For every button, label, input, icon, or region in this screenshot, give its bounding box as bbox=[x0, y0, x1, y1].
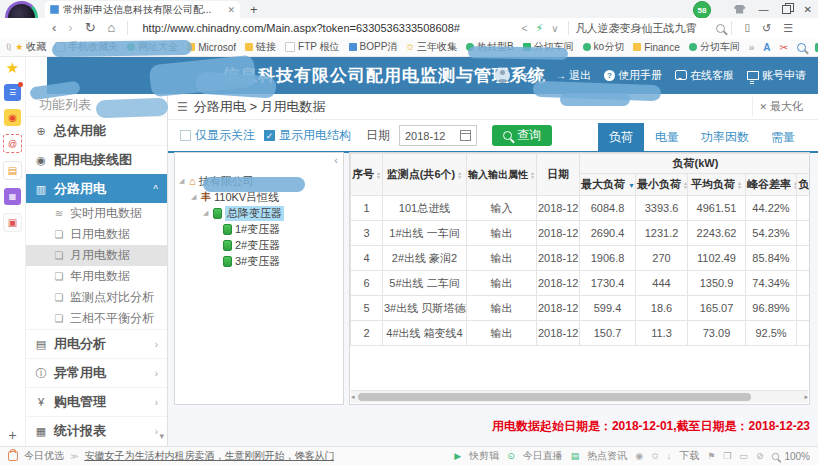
tab-energy[interactable]: 电量 bbox=[644, 123, 690, 151]
scroll-down-icon[interactable]: ▾ bbox=[159, 431, 164, 441]
sidebar-sub-realtime[interactable]: ≋实时用电数据 bbox=[25, 203, 167, 224]
bookmark-item[interactable]: ✩三年收集 bbox=[406, 40, 457, 54]
hot-news-label[interactable]: 热点资讯 bbox=[587, 449, 627, 463]
speed-badge[interactable]: 58 bbox=[693, 1, 711, 19]
browser-tab[interactable]: 常州新申达信息科技有限公司配... ✕ bbox=[45, 1, 240, 18]
col-point[interactable]: 监测点(共6个)▲▼ bbox=[383, 154, 467, 196]
col-seq[interactable]: 序号▲▼ bbox=[351, 154, 383, 196]
add-extension-button[interactable]: + bbox=[8, 427, 16, 443]
tab-close-icon[interactable]: ✕ bbox=[227, 5, 235, 15]
download-icon[interactable]: ↓ bbox=[667, 451, 672, 461]
service-link[interactable]: 在线客服 bbox=[675, 68, 734, 83]
live-icon[interactable]: ⊙ bbox=[507, 451, 515, 461]
col-date[interactable]: 日期 bbox=[537, 154, 580, 196]
share-icon[interactable]: < bbox=[522, 23, 528, 34]
point-link[interactable]: 4#出线 箱变线4 bbox=[383, 321, 467, 346]
bookmark-item[interactable]: 网址大全 bbox=[127, 40, 178, 54]
bookmarks-overflow[interactable]: » bbox=[749, 42, 755, 53]
sidebar-sub-yearly[interactable]: ❏年用电数据 bbox=[25, 266, 167, 287]
feed-extension-icon[interactable]: ☰ bbox=[4, 84, 21, 101]
scroll-right-icon[interactable]: ▸ bbox=[804, 393, 808, 401]
table-row[interactable]: 31#出线 一车间输出2018-122690.41231.22243.6254.… bbox=[351, 221, 811, 246]
tree-caret-icon[interactable]: ◢ bbox=[203, 209, 210, 217]
bookmark-item[interactable]: Microsof bbox=[187, 42, 236, 53]
col-io[interactable]: 输入输出属性▲▼ bbox=[467, 154, 537, 196]
minimize-button[interactable]: — bbox=[759, 4, 769, 15]
close-button[interactable]: ✕ bbox=[804, 4, 812, 15]
sidebar-sub-phase[interactable]: ❏三相不平衡分析 bbox=[25, 308, 167, 329]
scroll-left-icon[interactable]: ◂ bbox=[351, 393, 355, 401]
tree-node-transformer-1[interactable]: 1#变压器 bbox=[175, 221, 343, 237]
game-extension-icon[interactable]: ▣ bbox=[3, 213, 22, 232]
purple-extension-icon[interactable]: ▦ bbox=[4, 188, 21, 205]
bookmark-item[interactable]: 手机收藏夹 bbox=[55, 40, 118, 54]
point-link[interactable]: 1#出线 一车间 bbox=[383, 221, 467, 246]
point-link[interactable]: 101总进线 bbox=[383, 196, 467, 221]
search-text[interactable]: 凡人逆袭变身仙王战九霄 bbox=[575, 21, 716, 36]
weibo-extension-icon[interactable]: ◉ bbox=[4, 109, 21, 126]
scissors-icon[interactable]: ✂ bbox=[780, 42, 788, 53]
at-extension-icon[interactable]: @ bbox=[3, 134, 22, 153]
query-button[interactable]: 查询 bbox=[492, 125, 552, 146]
find-icon[interactable] bbox=[797, 43, 806, 52]
news-icon[interactable]: ▤ bbox=[571, 451, 580, 461]
undo-icon[interactable]: ↺ bbox=[762, 19, 771, 37]
table-row[interactable]: 65#出线 二车间输出2018-121730.44441350.974.34% bbox=[351, 271, 811, 296]
bookmark-item[interactable]: 链接 bbox=[245, 40, 276, 54]
book-extension-icon[interactable]: ▤ bbox=[3, 161, 22, 180]
bookmark-item[interactable]: 分切车间 bbox=[523, 40, 574, 54]
window-icon[interactable]: ▭ bbox=[739, 451, 748, 461]
theme-shirt-icon[interactable] bbox=[734, 5, 746, 14]
maximize-button[interactable]: ✕最大化 bbox=[752, 97, 809, 116]
live-today-label[interactable]: 今日直播 bbox=[523, 449, 563, 463]
zoom-control[interactable]: 100% bbox=[771, 451, 810, 462]
search-icon[interactable] bbox=[716, 24, 725, 33]
sidebar-item-diagram[interactable]: ◉配用电接线图 bbox=[25, 145, 167, 174]
bookmark-item[interactable]: BOPP消 bbox=[349, 40, 398, 54]
bookmark-item[interactable]: Finance bbox=[633, 42, 680, 53]
favorite-icon[interactable]: ✩ bbox=[651, 451, 659, 461]
translate-icon[interactable]: A bbox=[763, 42, 770, 53]
snapshot-icon[interactable]: ◉ bbox=[635, 451, 643, 461]
play-icon[interactable]: ▶ bbox=[454, 451, 461, 461]
mute-icon[interactable]: ⊘ bbox=[756, 451, 764, 461]
refresh-icon[interactable]: ↻ bbox=[85, 19, 96, 37]
caret-down-icon[interactable]: ∨ bbox=[551, 23, 558, 34]
sidebar-item-purchase[interactable]: ¥购电管理› bbox=[25, 387, 167, 416]
account-link[interactable]: 账号申请 bbox=[747, 68, 806, 83]
logout-link[interactable]: →退出 bbox=[556, 68, 591, 83]
bookmark-item[interactable]: 热封型B bbox=[466, 40, 514, 54]
tree-caret-icon[interactable]: ◢ bbox=[191, 193, 198, 201]
home-icon[interactable]: ⌂ bbox=[108, 19, 116, 37]
horizontal-scrollbar[interactable]: ◂ ▸ bbox=[351, 390, 808, 403]
col-min-load[interactable]: 最小负荷▲▼ bbox=[636, 174, 688, 196]
sidebar-item-abnormal[interactable]: ⓘ异常用电› bbox=[25, 358, 167, 387]
sidebar-item-analysis[interactable]: ▤用电分析› bbox=[25, 329, 167, 358]
tab-demand[interactable]: 需量 bbox=[760, 123, 806, 151]
restore-button[interactable] bbox=[782, 5, 791, 14]
point-link[interactable]: 2#出线 豪润2 bbox=[383, 246, 467, 271]
url-text[interactable]: http://www.chinadny.com/Main.aspx?token=… bbox=[142, 22, 517, 34]
menu-icon[interactable]: ☰ bbox=[783, 19, 793, 37]
forward-icon[interactable]: › bbox=[68, 19, 72, 37]
bookmark-item[interactable]: 分切车间 bbox=[689, 40, 740, 54]
scrollbar-thumb[interactable] bbox=[358, 393, 751, 401]
copy-icon[interactable]: ❒ bbox=[723, 451, 731, 461]
tree-node-main-transformer[interactable]: ◢总降变压器 bbox=[175, 205, 343, 221]
tree-node-transformer-2[interactable]: 2#变压器 bbox=[175, 237, 343, 253]
search-box[interactable]: 凡人逆袭变身仙王战九霄 bbox=[575, 21, 725, 36]
date-input[interactable]: 2018-12 bbox=[399, 125, 477, 146]
table-row[interactable]: 42#出线 豪润2输出2018-121906.82701102.4985.84% bbox=[351, 246, 811, 271]
download-label[interactable]: 下载 bbox=[679, 449, 699, 463]
col-avg-load[interactable]: 平均负荷▲▼ bbox=[688, 174, 746, 196]
tree-collapse-icon[interactable]: ‹ bbox=[334, 154, 338, 166]
table-row[interactable]: 53#出线 贝斯塔德3输出2018-12599.418.6165.0796.89… bbox=[351, 296, 811, 321]
back-icon[interactable]: ‹ bbox=[52, 19, 56, 37]
checkbox-unchecked-icon[interactable] bbox=[180, 130, 191, 141]
table-row[interactable]: 1101总进线输入2018-126084.83393.64961.5144.22… bbox=[351, 196, 811, 221]
tree-node-line[interactable]: ◢丰110KV吕恒线 bbox=[175, 189, 343, 205]
news-ticker-link[interactable]: 安徽女子为生活村内租房卖酒，生意刚刚开始，馋客从门口排到村头 bbox=[84, 449, 334, 463]
bookmark-item[interactable]: FTP 根位 bbox=[285, 40, 339, 54]
url-bar[interactable]: http://www.chinadny.com/Main.aspx?token=… bbox=[142, 22, 562, 35]
point-link[interactable]: 3#出线 贝斯塔德3 bbox=[383, 296, 467, 321]
